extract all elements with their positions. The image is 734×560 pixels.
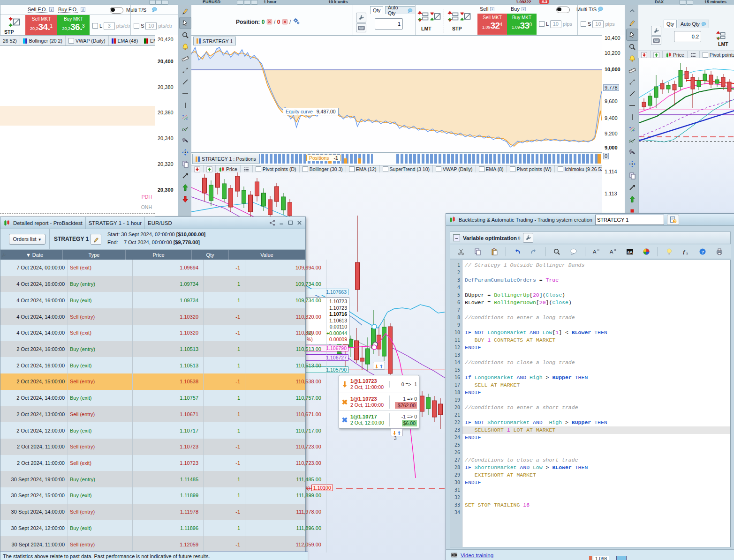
channel-icon[interactable] [627, 123, 638, 134]
stop-order-icon[interactable] [8, 16, 20, 28]
code-line[interactable]: SELLSHORT 1 LOT AT MARKET [462, 426, 730, 434]
bell-icon[interactable] [180, 41, 191, 52]
table-row[interactable]: 7 Oct 2024, 00:00:00Sell (exit)1.09694-1… [0, 260, 305, 276]
buy-market-button[interactable]: Buy MKT 20,236.3 [57, 15, 90, 35]
print-icon[interactable] [714, 246, 725, 257]
limit-checkbox[interactable] [92, 23, 98, 29]
code-line[interactable] [462, 366, 730, 374]
limit-order2-icon[interactable] [430, 11, 441, 22]
code-line[interactable] [462, 449, 730, 456]
indicator-checkbox[interactable] [558, 166, 563, 172]
segment-icon[interactable] [180, 65, 191, 76]
scroll-down-icon[interactable] [638, 51, 651, 59]
palette-icon[interactable] [641, 246, 651, 257]
top-button[interactable] [686, 0, 693, 5]
close-icon[interactable] [296, 220, 303, 226]
code-line[interactable]: SELL AT MARKET [462, 381, 730, 389]
table-row[interactable]: 2 Oct 2024, 12:00:00Buy (exit)1.10717111… [0, 422, 305, 439]
list-icon[interactable] [688, 51, 700, 59]
code-line[interactable]: ENDIF [462, 434, 730, 441]
table-row[interactable]: 4 Oct 2024, 16:00:00Buy (exit)1.09734110… [0, 292, 305, 308]
limit-value-input[interactable]: 3 [104, 22, 115, 30]
indicator-item[interactable]: Bollinger (30 3) [300, 165, 346, 173]
pencil-icon[interactable] [627, 17, 638, 28]
trade-marker[interactable] [373, 362, 385, 370]
stop-checkbox[interactable] [134, 23, 139, 29]
copydoc-icon[interactable] [472, 246, 483, 257]
top-button[interactable] [244, 0, 251, 5]
limit-order-icon[interactable] [417, 11, 429, 22]
column-header-type[interactable]: Type [63, 250, 126, 260]
indicator-checkbox[interactable] [703, 52, 708, 58]
stop-order-icon[interactable] [447, 11, 459, 22]
pencil-icon[interactable] [180, 5, 191, 16]
code-line[interactable] [462, 351, 730, 359]
vline-icon[interactable] [180, 100, 191, 111]
qty-tab[interactable]: Qty [370, 6, 383, 14]
report-titlebar[interactable]: Detailed report - ProBacktest STRATEGY 1… [0, 217, 305, 229]
table-row[interactable]: 30 Sept 2024, 11:00:00Sell (entry)1.1205… [0, 536, 305, 553]
table-row[interactable]: 4 Oct 2024, 14:00:00Sell (entry)1.10320-… [0, 308, 305, 325]
up-green-icon[interactable] [627, 194, 638, 205]
line-icon[interactable] [627, 88, 638, 99]
table-row[interactable]: 2 Oct 2024, 15:00:00Sell (entry)1.10538-… [0, 373, 305, 390]
info-icon[interactable]: i [49, 7, 54, 12]
indicator-checkbox[interactable] [68, 38, 74, 44]
code-line[interactable] [462, 411, 730, 419]
indicator-checkbox[interactable] [303, 166, 308, 172]
table-row[interactable]: 2 Oct 2024, 16:00:00Buy (entry)1.1051311… [0, 341, 305, 358]
cursor-icon[interactable] [626, 29, 638, 41]
position-settings-icon[interactable] [293, 19, 300, 25]
code-line[interactable]: IF NOT LongOnMarket AND Low[1] < BLower … [462, 329, 730, 336]
list-icon[interactable] [241, 165, 253, 173]
close-position-icon[interactable] [282, 19, 288, 25]
indicator-item[interactable]: VWAP (Daily) [433, 165, 476, 173]
table-row[interactable]: 2 Oct 2024, 11:00:00Sell (entry)1.10723-… [0, 439, 305, 455]
minimize-icon[interactable] [279, 220, 285, 226]
code-line[interactable] [462, 441, 730, 449]
stop-order2-icon[interactable] [460, 11, 471, 22]
column-header-value[interactable]: Value [229, 250, 305, 260]
indicator-item[interactable]: Pivot points (D) [700, 51, 734, 59]
indicator-item[interactable]: EMA [141, 36, 155, 46]
scroll-down-icon[interactable] [191, 165, 204, 173]
code-line[interactable] [462, 486, 730, 494]
edit-strategy-icon[interactable] [91, 234, 101, 245]
indicator-checkbox[interactable] [256, 166, 261, 172]
code-line[interactable]: ENDIF [462, 479, 730, 486]
channel-icon[interactable] [180, 112, 191, 123]
tools-icon[interactable] [627, 147, 638, 158]
indicator-checkbox[interactable] [349, 166, 355, 172]
price-legend[interactable]: Price [663, 51, 688, 59]
trade-marker[interactable] [391, 428, 403, 436]
indicator-item[interactable]: Pivot points (D) [253, 165, 300, 173]
code-titlebar[interactable]: Backtesting & Automatic Trading - Tradin… [446, 214, 734, 226]
settings-wrench-icon[interactable] [651, 26, 661, 36]
arrowne-icon[interactable] [627, 182, 638, 193]
buy-fo-button[interactable]: Buy F.O. [58, 7, 78, 13]
fontminus-icon[interactable]: A [591, 246, 601, 257]
move-icon[interactable] [627, 158, 638, 170]
close-position-icon[interactable] [266, 19, 272, 25]
maximize-icon[interactable] [288, 220, 294, 226]
tools-icon[interactable] [180, 135, 191, 146]
orders-list-dropdown[interactable]: Orders list ▼ [9, 234, 45, 245]
strategy-tab[interactable]: STRATEGY 1 [193, 37, 236, 45]
wave-icon[interactable] [180, 123, 191, 134]
keyboard-icon[interactable] [651, 36, 661, 45]
hline-icon[interactable] [180, 88, 191, 99]
chart-left[interactable]: PDH ONH [0, 45, 155, 217]
magnify-icon[interactable] [552, 246, 562, 257]
segment-icon[interactable] [627, 76, 638, 88]
vline-icon[interactable] [627, 112, 638, 123]
scroll-up-icon[interactable] [651, 51, 663, 59]
qty-tab-dax[interactable]: Qty [664, 20, 677, 28]
code-line[interactable]: DefParamCumulateOrders = True [462, 276, 730, 284]
indicator-checkbox[interactable] [436, 166, 441, 172]
code-line[interactable]: //Conditions to close a short trade [462, 456, 730, 464]
code-line[interactable]: BLower = BollingerDown[20](Close) [462, 299, 730, 306]
table-row[interactable]: 2 Oct 2024, 11:00:00Sell (exit)1.10723-1… [0, 455, 305, 471]
multi-ts-toggle[interactable] [110, 7, 123, 14]
code-line[interactable] [462, 269, 730, 276]
code-line[interactable]: // Strategy 1 Outside Bollinger Bands [462, 261, 730, 269]
